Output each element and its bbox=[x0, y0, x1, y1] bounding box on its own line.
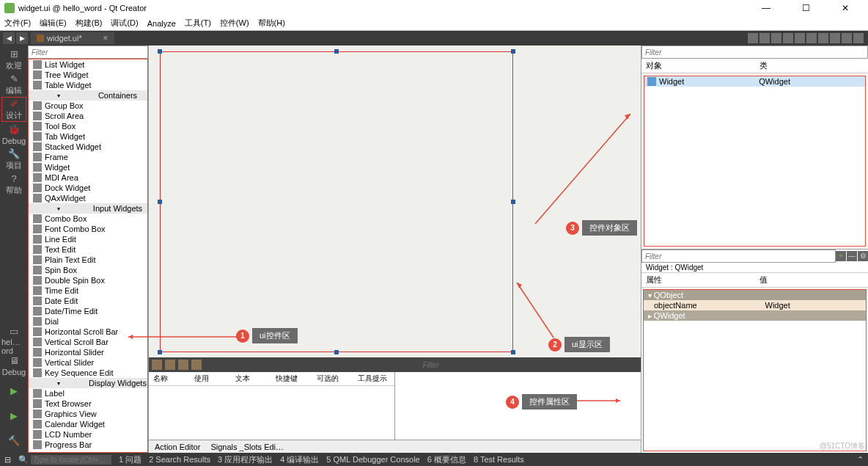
status-compile[interactable]: 4 编译输出 bbox=[280, 454, 319, 465]
status-search[interactable]: 2 Search Results bbox=[149, 455, 210, 464]
status-tests[interactable]: 8 Test Results bbox=[474, 455, 524, 464]
widget-item[interactable]: Calendar Widget bbox=[29, 419, 147, 429]
new-action-icon[interactable] bbox=[152, 360, 162, 370]
widget-item[interactable]: LCD Number bbox=[29, 429, 147, 440]
status-close-icon[interactable]: ⌃ bbox=[857, 455, 864, 465]
nav-forward-button[interactable]: ▶ bbox=[16, 32, 28, 44]
break-layout-icon[interactable] bbox=[842, 33, 852, 43]
tab-signals-slots[interactable]: Signals _Slots Edi… bbox=[210, 443, 284, 451]
menu-edit[interactable]: 编辑(E) bbox=[40, 18, 67, 29]
widget-item[interactable]: Spin Box bbox=[29, 265, 147, 275]
edit-buddies-icon[interactable] bbox=[771, 33, 781, 43]
run-config[interactable]: 🖥Debug bbox=[1, 353, 26, 378]
run-button[interactable]: ▶ bbox=[1, 378, 26, 403]
layout-form-icon[interactable] bbox=[830, 33, 840, 43]
nav-back-button[interactable]: ◀ bbox=[3, 32, 15, 44]
widget-item[interactable]: Dial bbox=[29, 316, 147, 327]
delete-action-icon[interactable] bbox=[191, 360, 202, 370]
object-tree-row[interactable]: Widget QWidget bbox=[644, 76, 865, 87]
widget-item[interactable]: Line Edit bbox=[29, 234, 147, 244]
object-filter-input[interactable] bbox=[641, 45, 868, 59]
close-button[interactable]: ✕ bbox=[833, 3, 858, 13]
widget-item[interactable]: Stacked Widget bbox=[29, 142, 147, 152]
widget-category-containers[interactable]: ▾Containers bbox=[29, 90, 147, 101]
widget-item[interactable]: Combo Box bbox=[29, 214, 147, 224]
widget-item[interactable]: Time Edit bbox=[29, 285, 147, 296]
status-general[interactable]: 6 概要信息 bbox=[427, 454, 466, 465]
widget-item[interactable]: Tab Widget bbox=[29, 131, 147, 142]
property-section-qwidget[interactable]: ▸ QWidget bbox=[644, 310, 866, 321]
action-table-body[interactable] bbox=[149, 386, 394, 440]
widget-item[interactable]: Text Edit bbox=[29, 244, 147, 255]
widget-item[interactable]: Plain Text Edit bbox=[29, 255, 147, 265]
widget-item[interactable]: Dock Widget bbox=[29, 183, 147, 193]
widget-item[interactable]: Tool Box bbox=[29, 121, 147, 131]
widget-item[interactable]: Table Widget bbox=[29, 80, 147, 90]
widget-item[interactable]: Double Spin Box bbox=[29, 275, 147, 285]
menu-analyze[interactable]: Analyze bbox=[147, 19, 176, 28]
layout-h-icon[interactable] bbox=[795, 33, 805, 43]
tab-close-icon[interactable]: ✕ bbox=[103, 34, 108, 42]
edit-widgets-icon[interactable] bbox=[748, 33, 758, 43]
mode-edit[interactable]: ✎编辑 bbox=[1, 72, 26, 97]
debug-run-button[interactable]: ▶ bbox=[1, 403, 26, 428]
locator-input[interactable] bbox=[31, 455, 111, 465]
widget-item[interactable]: List Widget bbox=[29, 59, 147, 70]
widget-item[interactable]: Scroll Area bbox=[29, 111, 147, 121]
add-property-icon[interactable]: + bbox=[836, 251, 846, 261]
mode-projects[interactable]: 🔧项目 bbox=[1, 147, 26, 172]
property-section-qobject[interactable]: ▾ QObject bbox=[644, 290, 866, 300]
edit-tab-order-icon[interactable] bbox=[783, 33, 793, 43]
widget-item[interactable]: Label bbox=[29, 388, 147, 398]
maximize-button[interactable]: ☐ bbox=[793, 3, 818, 13]
widget-item[interactable]: Graphics View bbox=[29, 409, 147, 419]
remove-property-icon[interactable]: — bbox=[847, 251, 857, 261]
widget-item[interactable]: Key Sequence Edit bbox=[29, 368, 147, 378]
build-button[interactable]: 🔨 bbox=[1, 428, 26, 453]
menu-tools[interactable]: 工具(T) bbox=[185, 18, 211, 29]
property-filter-input[interactable] bbox=[641, 250, 836, 263]
menu-help[interactable]: 帮助(H) bbox=[258, 18, 285, 29]
status-toggle-icon[interactable]: ⊟ bbox=[4, 455, 11, 465]
widget-item[interactable]: Font Combo Box bbox=[29, 224, 147, 234]
widget-filter-input[interactable] bbox=[28, 45, 148, 59]
widget-category-input[interactable]: ▾Input Widgets bbox=[29, 203, 147, 214]
kit-selector[interactable]: ▭hel…ord bbox=[1, 328, 26, 353]
widget-item[interactable]: QAxWidget bbox=[29, 193, 147, 203]
object-tree[interactable]: Widget QWidget bbox=[644, 76, 866, 247]
mode-help[interactable]: ?帮助 bbox=[1, 172, 26, 197]
document-tab[interactable]: widget.ui* ✕ bbox=[31, 32, 114, 44]
property-row[interactable]: objectName Widget bbox=[644, 300, 866, 310]
adjust-size-icon[interactable] bbox=[853, 33, 864, 43]
widget-category-display[interactable]: ▾Display Widgets bbox=[29, 378, 147, 388]
mode-design[interactable]: ✐设计 bbox=[1, 97, 26, 122]
widget-item[interactable]: Horizontal Slider bbox=[29, 347, 147, 357]
widget-item[interactable]: Frame bbox=[29, 152, 147, 162]
widget-item[interactable]: Progress Bar bbox=[29, 440, 147, 450]
copy-action-icon[interactable] bbox=[165, 360, 175, 370]
widget-item[interactable]: Group Box bbox=[29, 101, 147, 111]
mode-debug[interactable]: 🐞Debug bbox=[1, 122, 26, 147]
status-app-output[interactable]: 3 应用程序输出 bbox=[218, 454, 273, 465]
widget-item[interactable]: Tree Widget bbox=[29, 70, 147, 80]
widget-item[interactable]: MDI Area bbox=[29, 172, 147, 183]
locator[interactable]: 🔍 bbox=[18, 455, 111, 465]
widget-item[interactable]: Text Browser bbox=[29, 398, 147, 409]
property-tree[interactable]: ▾ QObject objectName Widget ▸ QWidget bbox=[643, 289, 867, 451]
widget-item[interactable]: Date/Time Edit bbox=[29, 306, 147, 316]
paste-action-icon[interactable] bbox=[178, 360, 188, 370]
edit-signals-icon[interactable] bbox=[760, 33, 770, 43]
widget-list[interactable]: List Widget Tree Widget Table Widget ▾Co… bbox=[28, 59, 148, 453]
menu-widgets[interactable]: 控件(W) bbox=[220, 18, 249, 29]
widget-item[interactable]: Widget bbox=[29, 162, 147, 172]
layout-v-icon[interactable] bbox=[806, 33, 817, 43]
status-issues[interactable]: 1 问题 bbox=[119, 454, 141, 465]
layout-grid-icon[interactable] bbox=[818, 33, 828, 43]
action-filter-input[interactable] bbox=[420, 358, 639, 371]
menu-build[interactable]: 构建(B) bbox=[76, 18, 103, 29]
menu-file[interactable]: 文件(F) bbox=[4, 18, 31, 29]
mode-welcome[interactable]: ⊞欢迎 bbox=[1, 47, 26, 72]
status-qml[interactable]: 5 QML Debugger Console bbox=[326, 455, 419, 464]
config-property-icon[interactable]: ⚙ bbox=[858, 251, 868, 261]
widget-item[interactable]: Vertical Slider bbox=[29, 357, 147, 368]
